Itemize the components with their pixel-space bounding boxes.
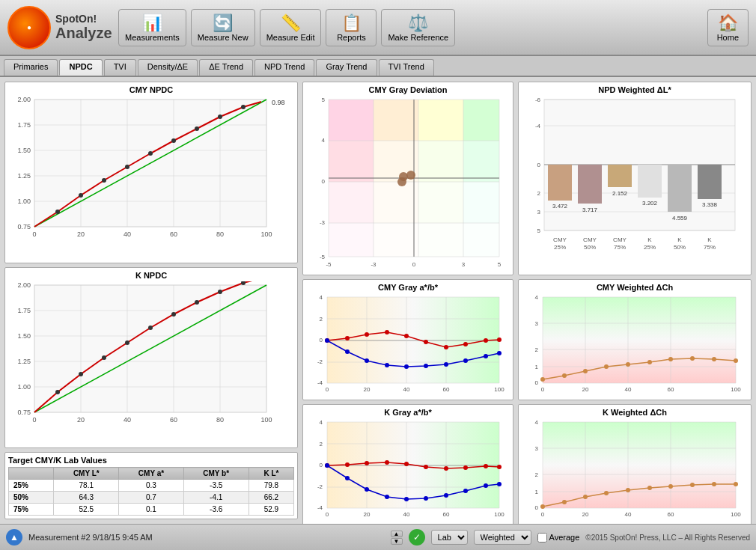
average-checkbox-label: Average (537, 533, 580, 543)
tab-tvi-trend[interactable]: TVI Trend (379, 59, 434, 76)
measure-edit-button[interactable]: 📏 Measure Edit (260, 9, 322, 46)
average-label: Average (549, 533, 580, 542)
svg-text:2: 2 (535, 471, 539, 478)
svg-text:CMY: CMY (583, 236, 597, 243)
row-cmy-a-50: 0.7 (119, 492, 183, 504)
svg-point-69 (218, 290, 222, 294)
left-column: CMY NPDC 2.00 1.75 (4, 82, 298, 519)
svg-text:4: 4 (320, 419, 323, 426)
measurement-display: Measurement #2 9/18/15 9:45 AM (28, 533, 385, 542)
svg-rect-80 (329, 182, 374, 223)
measure-new-button[interactable]: 🔄 Measure New (191, 9, 255, 46)
home-icon: 🏠 (718, 13, 738, 33)
tab-npd-trend[interactable]: NPD Trend (254, 59, 314, 76)
svg-rect-87 (463, 223, 499, 257)
header: ● SpotOn! Analyze 📊 Measurements 🔄 Measu… (0, 0, 756, 56)
svg-text:-4: -4 (535, 123, 541, 129)
svg-text:0: 0 (320, 337, 323, 343)
svg-text:3.202: 3.202 (642, 200, 658, 207)
svg-text:1.50: 1.50 (17, 147, 31, 154)
svg-rect-216 (668, 165, 692, 212)
weighted-select[interactable]: Weighted (474, 530, 531, 545)
svg-text:3: 3 (537, 209, 541, 216)
scroll-up-arrow[interactable]: ▲ (391, 531, 403, 537)
k-npdc-chart: K NPDC 2.00 1.75 1.50 1.25 1.00 (4, 267, 298, 449)
table-title: Target CMY/K Lab Values (8, 456, 294, 465)
measure-new-icon: 🔄 (213, 13, 233, 33)
make-reference-button[interactable]: ⚖️ Make Reference (381, 9, 455, 46)
svg-text:4: 4 (535, 294, 539, 301)
logo-brand: SpotOn! (55, 13, 112, 25)
reports-button[interactable]: 📋 Reports (326, 9, 377, 46)
svg-text:1: 1 (535, 364, 539, 370)
svg-point-139 (424, 340, 428, 344)
svg-text:40: 40 (124, 416, 131, 424)
svg-text:4: 4 (322, 137, 326, 144)
svg-point-256 (604, 364, 609, 369)
tab-gray-trend[interactable]: Gray Trend (316, 59, 377, 76)
tab-primaries[interactable]: Primaries (4, 59, 58, 76)
measurements-button[interactable]: 📊 Measurements (118, 9, 186, 46)
svg-point-145 (345, 349, 350, 354)
svg-point-186 (345, 476, 350, 480)
svg-rect-75 (463, 100, 499, 141)
svg-text:40: 40 (625, 386, 632, 393)
svg-rect-214 (638, 165, 662, 198)
row-k-l-75: 52.9 (249, 504, 293, 516)
svg-point-184 (497, 465, 502, 469)
k-npdc-title: K NPDC (8, 271, 294, 280)
measure-edit-label: Measure Edit (266, 33, 315, 42)
logo-icon: ● (7, 6, 51, 49)
svg-text:25%: 25% (554, 244, 566, 251)
svg-point-135 (345, 336, 350, 340)
svg-text:2.00: 2.00 (17, 281, 31, 289)
svg-point-177 (365, 461, 369, 465)
svg-text:2.152: 2.152 (612, 190, 628, 197)
svg-text:3.338: 3.338 (702, 201, 718, 208)
row-cmy-b-25: -3.5 (183, 480, 249, 492)
svg-point-32 (195, 126, 199, 131)
svg-text:75%: 75% (614, 244, 626, 251)
tab-npdc[interactable]: NPDC (59, 59, 102, 76)
k-weighted-svg: 4 3 2 1 0 0 20 40 60 100 (522, 418, 745, 522)
home-button[interactable]: 🏠 Home (707, 9, 749, 46)
row-cmy-l-50: 64.3 (54, 492, 119, 504)
measure-edit-icon: 📏 (281, 13, 301, 33)
up-arrow-btn[interactable]: ▲ (6, 529, 22, 546)
svg-point-259 (668, 357, 673, 361)
svg-point-255 (583, 369, 588, 373)
measurements-icon: 📊 (142, 13, 162, 33)
svg-text:-3: -3 (320, 219, 326, 226)
svg-text:40: 40 (625, 511, 632, 518)
svg-text:100: 100 (494, 386, 504, 393)
svg-text:0: 0 (535, 504, 539, 511)
svg-text:0: 0 (32, 416, 36, 424)
scroll-down-arrow[interactable]: ▼ (391, 538, 403, 545)
green-check-btn[interactable]: ✓ (409, 529, 425, 546)
svg-text:60: 60 (443, 511, 450, 518)
main-content: CMY NPDC 2.00 1.75 (0, 77, 756, 524)
svg-rect-79 (463, 141, 499, 182)
svg-text:-2: -2 (317, 358, 323, 365)
svg-text:5: 5 (322, 97, 326, 103)
k-gray-ab-title: K Gray a*/b* (306, 408, 510, 417)
svg-point-30 (148, 151, 153, 156)
nav-buttons: 📊 Measurements 🔄 Measure New 📏 Measure E… (118, 9, 455, 46)
cmy-weighted-chart: CMY Weighted ΔCh (518, 279, 752, 400)
svg-point-27 (79, 193, 83, 198)
tab-de-trend[interactable]: ΔE Trend (199, 59, 253, 76)
svg-point-290 (668, 484, 673, 489)
average-checkbox[interactable] (537, 533, 547, 543)
svg-text:0: 0 (535, 379, 539, 386)
tab-tvi[interactable]: TVI (104, 59, 136, 76)
svg-text:CMY: CMY (553, 236, 567, 243)
tab-density-de[interactable]: Density/ΔE (138, 59, 198, 76)
svg-text:0: 0 (32, 230, 36, 238)
lab-select[interactable]: Lab (431, 530, 468, 545)
cmy-npdc-title: CMY NPDC (8, 85, 294, 94)
svg-text:1.75: 1.75 (17, 307, 31, 314)
svg-text:2: 2 (320, 316, 323, 323)
table-row: 25% 78.1 0.3 -3.5 79.8 (9, 480, 294, 492)
svg-text:1.12: 1.12 (270, 281, 284, 283)
svg-point-66 (148, 326, 153, 330)
